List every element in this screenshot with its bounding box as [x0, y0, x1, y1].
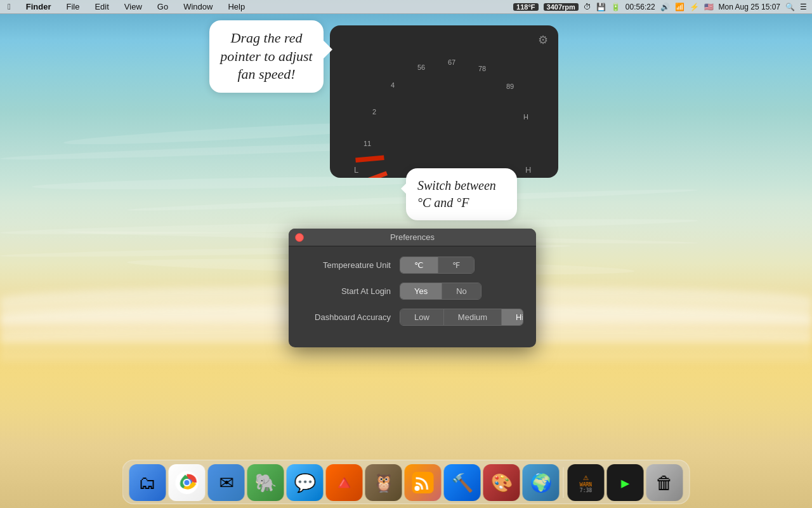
dock-mail[interactable]: ✉: [208, 464, 245, 501]
rpm-status[interactable]: 3407rpm: [544, 3, 579, 11]
dock-chrome[interactable]: [169, 464, 206, 501]
volume-icon: 🔊: [660, 3, 670, 11]
go-menu[interactable]: Go: [155, 2, 171, 11]
power-icon: ⚡: [690, 3, 699, 11]
switch-tooltip: Switch between °C and °F: [406, 168, 517, 220]
svg-text:H: H: [523, 113, 528, 121]
dock: 🗂 ✉ 🐘 💬 🔺 🦉 🔨 🎨 🌍 ⚠: [122, 460, 690, 504]
celsius-button[interactable]: ℃: [400, 257, 438, 273]
svg-point-29: [415, 486, 420, 491]
svg-text:11: 11: [363, 140, 371, 147]
menubar-left:  Finder File Edit View Go Window Help: [0, 2, 513, 11]
fahrenheit-button[interactable]: ℉: [438, 257, 474, 273]
dock-console[interactable]: ⚠ WARN 7:38: [568, 464, 605, 501]
svg-point-27: [185, 480, 190, 485]
temperature-unit-label: Tempereature Unit: [301, 260, 400, 270]
dashboard-accuracy-row: Dashboard Accuracy Low Medium High: [301, 309, 523, 326]
medium-button[interactable]: Medium: [444, 309, 502, 325]
svg-line-11: [360, 173, 386, 178]
svg-text:2: 2: [372, 108, 376, 116]
dock-evernote[interactable]: 🐘: [247, 464, 284, 501]
list-icon[interactable]: ☰: [800, 3, 807, 11]
no-button[interactable]: No: [442, 283, 481, 299]
svg-text:H: H: [525, 165, 531, 175]
temperature-unit-group: ℃ ℉: [400, 257, 475, 274]
preferences-dialog: Preferences Tempereature Unit ℃ ℉ Start …: [289, 229, 536, 347]
svg-line-12: [356, 157, 384, 160]
close-button[interactable]: [295, 233, 304, 242]
high-button[interactable]: High: [502, 309, 523, 325]
svg-text:89: 89: [506, 83, 514, 90]
preferences-title: Preferences: [390, 232, 435, 242]
search-icon[interactable]: 🔍: [785, 3, 795, 11]
timer-icon: ⏱: [584, 3, 591, 11]
start-at-login-label: Start At Login: [301, 286, 400, 296]
dock-finder[interactable]: 🗂: [129, 464, 166, 501]
menubar-right: 118°F 3407rpm ⏱ 💾 🔋 00:56:22 🔊 📶 ⚡ 🇺🇸 Mo…: [513, 3, 812, 11]
dock-vlc[interactable]: 🔺: [326, 464, 363, 501]
battery-time: 00:56:22: [625, 3, 655, 11]
storage-icon: 💾: [596, 3, 606, 11]
dock-rss[interactable]: [405, 464, 442, 501]
dock-nightowl[interactable]: 🦉: [365, 464, 402, 501]
yes-button[interactable]: Yes: [400, 283, 442, 299]
dock-terminal[interactable]: ▶: [607, 464, 644, 501]
window-menu[interactable]: Window: [181, 2, 215, 11]
preferences-body: Tempereature Unit ℃ ℉ Start At Login Yes…: [289, 246, 536, 347]
svg-text:4: 4: [391, 81, 395, 89]
svg-rect-28: [412, 472, 434, 493]
temperature-unit-row: Tempereature Unit ℃ ℉: [301, 257, 523, 274]
dock-wwwapp[interactable]: 🌍: [523, 464, 560, 501]
edit-menu[interactable]: Edit: [92, 2, 111, 11]
svg-text:56: 56: [417, 64, 425, 71]
svg-text:78: 78: [478, 65, 486, 72]
svg-text:67: 67: [448, 58, 455, 66]
low-button[interactable]: Low: [400, 309, 444, 325]
battery-icon: 🔋: [611, 3, 620, 11]
help-menu[interactable]: Help: [225, 2, 247, 11]
file-menu[interactable]: File: [63, 2, 82, 11]
start-at-login-row: Start At Login Yes No: [301, 283, 523, 300]
dock-trash[interactable]: 🗑: [646, 464, 683, 501]
flag-icon: 🇺🇸: [704, 3, 714, 11]
view-menu[interactable]: View: [122, 2, 145, 11]
menubar:  Finder File Edit View Go Window Help 1…: [0, 0, 812, 14]
finder-menu[interactable]: Finder: [23, 2, 54, 11]
fan-widget: L H 11 2 4 56 67 78 89 H ⚙: [330, 25, 558, 178]
drag-tooltip-text: Drag the red pointer to adjust fan speed…: [220, 30, 312, 82]
start-at-login-group: Yes No: [400, 283, 481, 300]
dock-messages[interactable]: 💬: [287, 464, 324, 501]
switch-tooltip-text: Switch between °C and °F: [417, 178, 496, 210]
wifi-icon: 📶: [675, 3, 684, 11]
dock-separator: [563, 467, 564, 498]
datetime: Mon Aug 25 15:07: [719, 3, 780, 11]
gear-icon[interactable]: ⚙: [538, 33, 548, 47]
svg-text:L: L: [354, 165, 358, 175]
preferences-titlebar: Preferences: [289, 229, 536, 246]
apple-menu[interactable]: : [5, 2, 13, 11]
temp-status[interactable]: 118°F: [513, 3, 538, 11]
dock-xcode[interactable]: 🔨: [444, 464, 481, 501]
dock-art[interactable]: 🎨: [483, 464, 520, 501]
dashboard-accuracy-label: Dashboard Accuracy: [301, 312, 400, 322]
dashboard-accuracy-group: Low Medium High: [400, 309, 523, 326]
drag-tooltip: Drag the red pointer to adjust fan speed…: [209, 20, 324, 93]
fan-gauge-svg: L H 11 2 4 56 67 78 89 H: [330, 25, 558, 178]
